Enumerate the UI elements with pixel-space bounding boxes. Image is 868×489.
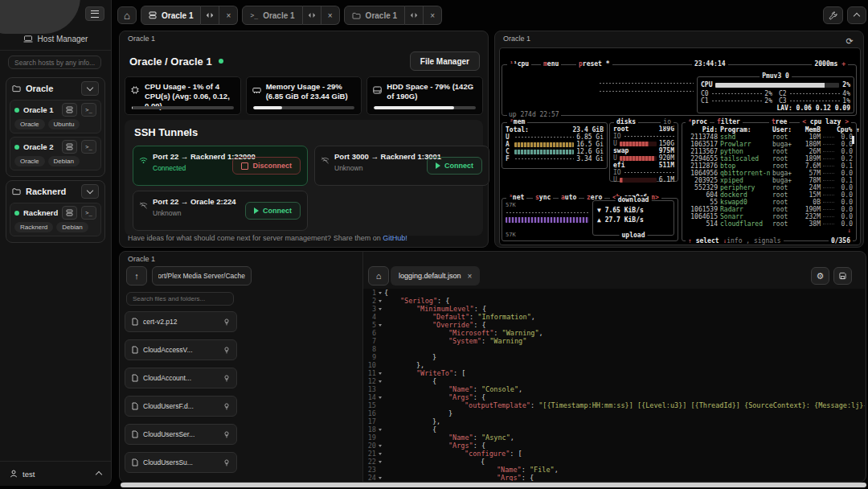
file-search-input[interactable] — [126, 292, 234, 306]
file-item[interactable]: cert-v2.p12 — [125, 311, 237, 332]
terminal-screen[interactable]: ¹¹cpu menu preset * 23:44:14 2000ms + up… — [499, 47, 861, 245]
save-button[interactable] — [833, 267, 852, 285]
detach-window-icon[interactable] — [303, 6, 321, 25]
process-row[interactable]: 1064956qbittorrent-noxbuga+57M0.0 — [682, 170, 856, 177]
fold-marker[interactable] — [376, 425, 384, 434]
tab-main[interactable]: >_ Oracle 1 — [242, 6, 302, 25]
fold-marker[interactable] — [376, 474, 384, 481]
detach-window-icon[interactable] — [201, 6, 219, 25]
close-tab-icon[interactable]: × — [219, 6, 238, 25]
host-search-input[interactable] — [8, 55, 101, 69]
user-menu[interactable]: test — [0, 461, 111, 486]
core-name: C0 — [701, 90, 709, 97]
host-item[interactable]: Oracle 2>_OracleDebian — [10, 137, 101, 171]
connect-button[interactable]: Connect — [245, 202, 301, 220]
btop-proc-box: ⁴proc filter tree < cpu lazy > Pid: Prog… — [682, 122, 857, 241]
fold-marker[interactable] — [376, 297, 384, 305]
process-row[interactable]: 604dockerdroot15M0.0 — [682, 191, 856, 199]
file-item[interactable]: CloudAccount... — [125, 368, 237, 388]
home-button[interactable]: ⌂ — [117, 6, 137, 24]
expand-collapse-button[interactable] — [81, 184, 99, 199]
detach-window-icon[interactable] — [405, 6, 424, 25]
path-input[interactable] — [152, 266, 252, 286]
tunnel-card-2[interactable]: Port 3000 → Racknerd 1:3001 Unknown Conn… — [314, 146, 489, 186]
close-icon[interactable]: × — [468, 272, 473, 281]
host-manager-header[interactable]: Host Manager — [8, 31, 103, 47]
fold-marker[interactable] — [376, 289, 384, 297]
refresh-icon[interactable]: ⟳ — [842, 35, 857, 47]
expand-collapse-button[interactable] — [81, 81, 99, 96]
host-item[interactable]: Oracle 1>_OracleUbuntu — [10, 100, 101, 134]
horizontal-scrollbar[interactable] — [121, 483, 866, 487]
pin-icon[interactable] — [223, 371, 230, 385]
open-terminal-button[interactable]: >_ — [81, 103, 96, 117]
fold-marker[interactable] — [376, 458, 384, 466]
process-row[interactable]: 1061539Radarrroot190M0.0 — [682, 206, 856, 213]
open-dashboard-button[interactable] — [62, 103, 77, 117]
process-pid: 2113567 — [686, 148, 718, 155]
host-group-header[interactable]: Oracle — [9, 80, 102, 97]
pin-icon[interactable] — [223, 399, 230, 413]
open-dashboard-button[interactable] — [62, 140, 77, 154]
open-dashboard-button[interactable] — [62, 206, 77, 220]
fold-marker[interactable] — [376, 450, 384, 458]
host-item[interactable]: Racknerd 1>_RacknerdDebian — [10, 203, 101, 236]
process-row[interactable]: 552329peripheryroot24M0.0 — [682, 184, 856, 191]
proc-scrollbar[interactable] — [852, 136, 854, 144]
disconnect-button[interactable]: Disconnect — [232, 157, 301, 175]
process-row[interactable]: 1063517Prowlarrbuga+180M0.0 — [682, 141, 856, 148]
process-row[interactable]: 2294655tailscaledroot189M0.2 — [682, 155, 856, 162]
editor-settings-button[interactable]: ⚙ — [811, 267, 829, 285]
settings-wrench-button[interactable] — [823, 6, 843, 24]
file-item[interactable]: CloudUsersSer... — [125, 424, 237, 445]
tab-main[interactable]: Oracle 1 — [141, 6, 201, 25]
open-terminal-button[interactable]: >_ — [81, 206, 96, 220]
process-row[interactable]: 1064615Sonarrroot232M0.0 — [682, 213, 856, 220]
fold-marker[interactable] — [376, 321, 384, 329]
fold-marker[interactable] — [376, 305, 384, 313]
code-editor[interactable]: 1{2"Serilog": {3"MinimumLevel": {4"Defau… — [363, 289, 865, 481]
process-row[interactable]: 55kswapd0root0B0.0 — [682, 199, 856, 206]
fold-marker[interactable] — [376, 377, 384, 385]
close-tab-icon[interactable]: × — [321, 6, 340, 25]
process-row[interactable]: 2113567pythonroot26M0.0 — [682, 148, 856, 155]
process-row[interactable]: 2112876btoproot7.6M0.1 — [682, 162, 856, 170]
btop-preset[interactable]: preset * — [576, 60, 612, 68]
tab-oracle1-dashboard[interactable]: Oracle 1 × — [141, 6, 238, 25]
editor-home-button[interactable]: ⌂ — [368, 266, 389, 286]
process-row[interactable]: 2113748sshdroot10M0.0 — [682, 134, 856, 141]
disk-name: swap — [613, 147, 628, 154]
process-row[interactable]: 514cloudflaredroot38M0.0 — [682, 220, 856, 228]
sidebar-menu-button[interactable] — [85, 6, 104, 21]
tab-oracle1-files[interactable]: Oracle 1 × — [344, 6, 442, 25]
process-row[interactable]: 203925xpipedbuga+78M0.1 — [682, 177, 856, 184]
host-group-header[interactable]: Racknerd — [9, 183, 102, 199]
open-terminal-button[interactable]: >_ — [81, 140, 96, 154]
tab-oracle1-terminal[interactable]: >_ Oracle 1 × — [242, 6, 339, 25]
tunnel-card-3[interactable]: Port 22 → Oracle 2:224 Unknown Connect — [133, 191, 308, 231]
hdd-space-card: HDD Space - 79% (142G of 190G) — [366, 76, 483, 115]
file-item[interactable]: CloudUsersSu... — [125, 452, 237, 473]
collapse-button[interactable] — [847, 6, 866, 24]
tab-main[interactable]: Oracle 1 — [344, 6, 405, 25]
fold-marker[interactable] — [376, 393, 384, 401]
pin-icon[interactable] — [223, 314, 230, 329]
line-number: 4 — [363, 313, 376, 321]
editor-tab[interactable]: logging.default.json × — [391, 266, 480, 286]
fold-marker[interactable] — [376, 442, 384, 450]
navigate-up-button[interactable]: ↑ — [126, 266, 147, 286]
proc-rows[interactable]: 2113748sshdroot10M0.01063517Prowlarrbuga… — [682, 134, 856, 228]
pin-icon[interactable] — [223, 427, 230, 442]
pin-icon[interactable] — [223, 455, 230, 470]
btop-menu[interactable]: menu — [541, 60, 561, 68]
pin-icon[interactable] — [223, 343, 230, 357]
line-number: 9 — [363, 353, 376, 361]
file-item[interactable]: CloudUsersF.d... — [125, 396, 237, 417]
fold-marker[interactable] — [376, 369, 384, 377]
file-item[interactable]: CloudAccessV... — [125, 339, 237, 360]
github-link[interactable]: GitHub! — [383, 234, 407, 242]
tunnel-card-1[interactable]: Port 22 → Racknerd 1:22000 Connected Dis… — [133, 146, 308, 186]
file-manager-button[interactable]: File Manager — [410, 51, 480, 71]
close-tab-icon[interactable]: × — [424, 6, 442, 25]
connect-button[interactable]: Connect — [427, 157, 482, 175]
